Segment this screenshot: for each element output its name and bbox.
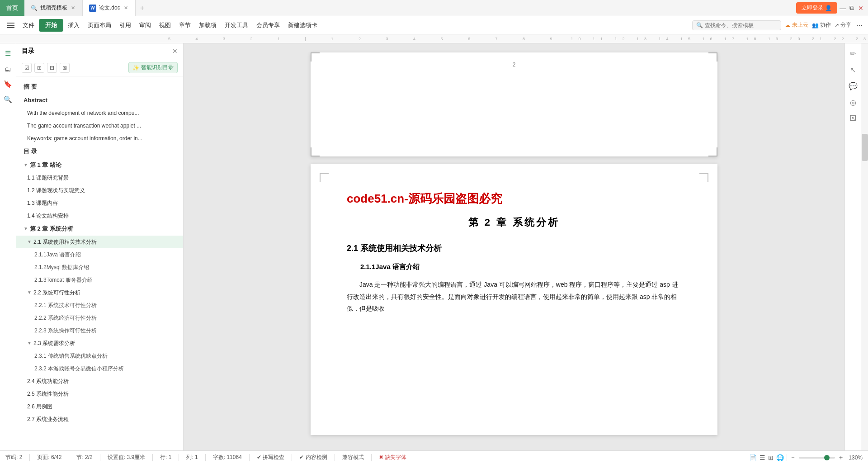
tab-member[interactable]: 会员专享	[253, 19, 283, 31]
toc-item[interactable]: Keywords: game account information, orde…	[16, 132, 183, 145]
start-button[interactable]: 开始	[39, 19, 63, 32]
search-input[interactable]	[705, 22, 777, 28]
collab-button[interactable]: 👥 协作	[812, 21, 831, 29]
toc-arrow-2_1[interactable]: ▼	[27, 238, 32, 245]
tab-newtab[interactable]: 新建选项卡	[284, 19, 321, 31]
toc-item[interactable]: 1.4 论文结构安排	[16, 209, 183, 222]
tab-templates-close[interactable]: ✕	[70, 4, 76, 12]
status-divider3	[100, 454, 100, 461]
more-button[interactable]: ···	[855, 21, 864, 29]
toc-item[interactable]: 2.2.1 系统技术可行性分析	[16, 299, 183, 312]
toc-item[interactable]: With the development of network and comp…	[16, 107, 183, 119]
toc-item[interactable]: 1.3 课题内容	[16, 197, 183, 209]
add-tab-button[interactable]: +	[136, 4, 149, 12]
toc-item-ch2[interactable]: ▼ 第 2 章 系统分析	[16, 222, 183, 236]
view-grid-icon[interactable]: ⊞	[768, 454, 774, 461]
tab-layout[interactable]: 页面布局	[84, 19, 115, 31]
maximize-button[interactable]: ⧉	[848, 5, 855, 12]
toc-item[interactable]: 1.1 课题研究背景	[16, 171, 183, 184]
toc-collapse-icon[interactable]: ⊠	[60, 63, 70, 73]
toc-item[interactable]: 2.2.2 系统经济可行性分析	[16, 312, 183, 324]
tab-insert[interactable]: 插入	[64, 19, 83, 31]
view-web-icon[interactable]: 🌐	[776, 454, 784, 461]
toc-add-icon[interactable]: ⊞	[34, 63, 44, 73]
toc-item[interactable]: 2.7 系统业务流程	[16, 413, 183, 426]
toc-item-2_2[interactable]: ▼ 2.2 系统可行性分析	[16, 286, 183, 299]
toc-item[interactable]: Abstract	[16, 94, 183, 107]
right-panel-cursor-icon[interactable]: ↖	[847, 63, 859, 76]
right-panel-edit-icon[interactable]: ✏	[847, 47, 859, 60]
right-panel-location-icon[interactable]: ◎	[847, 96, 859, 109]
zoom-slider[interactable]	[799, 457, 835, 459]
toc-item[interactable]: 2.1.1Java 语言介绍	[16, 248, 183, 261]
toc-item[interactable]: The game account transaction wechat appl…	[16, 119, 183, 132]
view-doc-icon[interactable]: 📄	[749, 454, 757, 461]
toc-item-2_3[interactable]: ▼ 2.3 系统需求分析	[16, 337, 183, 350]
close-button[interactable]: ✕	[857, 5, 864, 12]
share-button[interactable]: ↗ 分享	[835, 21, 851, 29]
minimize-button[interactable]: —	[839, 5, 846, 12]
tab-devtools[interactable]: 开发工具	[221, 19, 252, 31]
nav-bookmark-icon[interactable]: 🔖	[2, 78, 14, 90]
toc-checkbox-icon[interactable]: ☑	[22, 63, 32, 73]
right-panel-comment-icon[interactable]: 💬	[847, 80, 859, 92]
cloud-status[interactable]: ☁ 未上云	[785, 21, 808, 29]
toc-item[interactable]: 2.1.3Tomcat 服务器介绍	[16, 274, 183, 286]
scrollbar-thumb[interactable]	[862, 134, 868, 161]
view-list-icon[interactable]: ☰	[760, 454, 765, 461]
login-button[interactable]: 立即登录 👤	[796, 2, 837, 14]
page-number-1: 2	[513, 62, 516, 68]
zoom-in-button[interactable]: ＋	[838, 454, 844, 462]
toc-item[interactable]: 2.3.2 本游戏账号交易微信小程序分析	[16, 362, 183, 375]
toc-item[interactable]: 摘 要	[16, 80, 183, 94]
search-bar[interactable]: 🔍	[692, 20, 781, 30]
toc-item[interactable]: 2.5 系统性能分析	[16, 388, 183, 400]
sidebar-toolbar: ☑ ⊞ ⊟ ⊠ ✨ 智能识别目录	[16, 59, 183, 76]
tab-doc-close[interactable]: ✕	[123, 4, 129, 12]
login-label: 立即登录	[802, 4, 823, 12]
para-java-intro[interactable]: Java 是一种功能非常强大的编程语言，通过 Java 可以编写网站程序，web…	[347, 279, 681, 315]
right-panel: ✏ ↖ 💬 ◎ 🖼	[844, 43, 861, 450]
tab-reference[interactable]: 引用	[116, 19, 135, 31]
tab-chapter[interactable]: 章节	[175, 19, 194, 31]
toc-item[interactable]: 2.4 系统功能分析	[16, 375, 183, 388]
tab-view[interactable]: 视图	[156, 19, 175, 31]
toc-item[interactable]: 1.2 课题现状与实现意义	[16, 184, 183, 197]
zoom-out-button[interactable]: －	[790, 454, 796, 462]
nav-menu-icon[interactable]: ☰	[2, 47, 14, 60]
toc-expand-icon[interactable]: ⊟	[47, 63, 57, 73]
collab-icon: 👥	[812, 22, 819, 28]
zoom-level[interactable]: 130%	[849, 455, 863, 461]
ruler: 5 4 3 2 1 | 1 2 3 4 5 6 7 8 9 10 11 12 1…	[0, 34, 868, 43]
spell-check-status[interactable]: ✔ 拼写检查	[257, 454, 284, 461]
tab-addins[interactable]: 加载项	[195, 19, 220, 31]
toc-arrow-2_2[interactable]: ▼	[27, 289, 32, 296]
toc-item[interactable]: 2.3.1 传统销售系统优缺点分析	[16, 350, 183, 362]
content-check-status[interactable]: ✔ 内容检测	[299, 454, 327, 461]
tab-review[interactable]: 审阅	[136, 19, 155, 31]
doc-page-1: 2	[311, 52, 717, 156]
toc-item[interactable]: 2.1.2Mysql 数据库介绍	[16, 261, 183, 274]
ai-recognize-button[interactable]: ✨ 智能识别目录	[128, 62, 178, 73]
nav-search-icon[interactable]: 🔍	[2, 93, 14, 106]
doc-page-2[interactable]: code51.cn-源码乐园盗图必究 第 2 章 系统分析 2.1 系统使用相关…	[311, 164, 717, 435]
corner-mark-tl	[320, 173, 329, 182]
toc-arrow-ch1[interactable]: ▼	[24, 161, 28, 168]
tab-doc[interactable]: W 论文.doc ✕	[83, 0, 136, 16]
toc-item-2_1[interactable]: ▼ 2.1 系统使用相关技术分析	[16, 236, 183, 248]
tab-file[interactable]: 文件	[19, 19, 38, 31]
toc-item[interactable]: 目 录	[16, 145, 183, 158]
nav-folder-icon[interactable]: 🗂	[2, 62, 14, 75]
home-tab[interactable]: 首页	[0, 0, 24, 16]
right-panel-image-icon[interactable]: 🖼	[847, 112, 859, 125]
toc-item[interactable]: 2.2.3 系统操作可行性分析	[16, 324, 183, 337]
toc-item-ch1[interactable]: ▼ 第 1 章 绪论	[16, 158, 183, 172]
toc-item[interactable]: 2.6 用例图	[16, 400, 183, 413]
ai-label: 智能识别目录	[141, 64, 174, 71]
sidebar-close-button[interactable]: ✕	[172, 47, 178, 55]
vertical-scrollbar[interactable]	[861, 43, 868, 450]
zoom-thumb[interactable]	[824, 455, 830, 460]
tab-templates[interactable]: 🔍 找稻壳模板 ✕	[24, 0, 83, 16]
toc-arrow-ch2[interactable]: ▼	[24, 225, 28, 232]
toc-arrow-2_3[interactable]: ▼	[27, 340, 32, 346]
